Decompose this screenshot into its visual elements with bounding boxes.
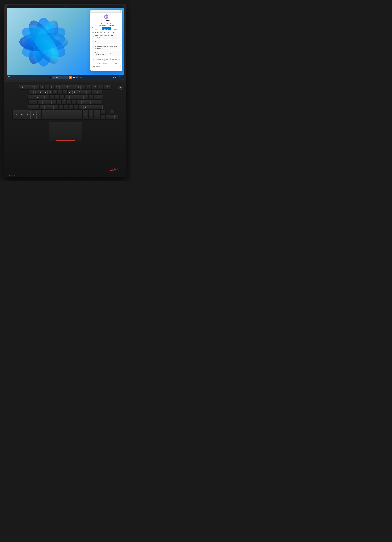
key-alt-left[interactable]: Alt bbox=[31, 110, 37, 119]
key-s[interactable]: S bbox=[42, 100, 47, 104]
key-pgdn[interactable]: PgDn bbox=[101, 115, 106, 119]
key-u[interactable]: U bbox=[64, 95, 69, 99]
taskbar-chrome-icon[interactable]: 🌐 bbox=[76, 76, 79, 79]
key-q[interactable]: Q bbox=[35, 95, 40, 99]
key-t[interactable]: T bbox=[55, 95, 59, 99]
taskbar-store-icon[interactable]: 🛍 bbox=[69, 76, 72, 79]
settings-icon[interactable]: ⚙ bbox=[118, 10, 119, 12]
style-balanced-btn[interactable]: MoreBalanced bbox=[102, 27, 111, 31]
new-chat-icon[interactable]: ✏️ bbox=[91, 69, 93, 71]
key-r[interactable]: R bbox=[50, 95, 54, 99]
key-g[interactable]: G bbox=[57, 100, 61, 104]
learn-more-link[interactable]: Learn more bbox=[96, 63, 101, 64]
windows-start-btn[interactable]: ⊞ bbox=[48, 76, 51, 79]
style-creative-btn[interactable]: MoreCreative bbox=[92, 27, 102, 31]
key-backspace[interactable]: Backspace bbox=[92, 90, 102, 94]
key-n[interactable]: N bbox=[64, 105, 68, 109]
key-semicolon[interactable]: :; bbox=[81, 100, 86, 104]
key-arrow-left[interactable]: < bbox=[106, 115, 110, 119]
key-3[interactable]: #3 bbox=[43, 90, 48, 94]
key-6[interactable]: ^6 bbox=[58, 90, 62, 94]
key-w[interactable]: W bbox=[40, 95, 44, 99]
key-0[interactable]: )0 bbox=[77, 90, 82, 94]
taskbar-search-bar[interactable]: 🔍 Search bbox=[52, 76, 68, 79]
key-fn[interactable]: Fn bbox=[19, 110, 25, 119]
key-arrow-down[interactable]: ∨ bbox=[110, 115, 114, 119]
key-shift-right[interactable]: Shift bbox=[88, 105, 102, 109]
key-esc[interactable]: FnLock Esc bbox=[19, 85, 25, 89]
key-f4[interactable]: ✕ F4 bbox=[40, 85, 44, 89]
key-f12[interactable]: ☆ F12 bbox=[81, 85, 86, 89]
key-4[interactable]: $4 bbox=[48, 90, 52, 94]
key-capslock[interactable]: CapsLock bbox=[29, 100, 37, 104]
key-f9[interactable]: PrtSc F9 bbox=[64, 85, 70, 89]
key-5[interactable]: %5 bbox=[53, 90, 57, 94]
key-pgup[interactable]: PgUp bbox=[101, 110, 106, 114]
key-p[interactable]: P bbox=[79, 95, 84, 99]
key-minus[interactable]: —- bbox=[82, 90, 86, 94]
key-home[interactable]: Home bbox=[86, 85, 91, 89]
suggestion-item-4[interactable]: ◇ Create a table that helps me plan meal… bbox=[92, 51, 121, 56]
key-9[interactable]: (9 bbox=[72, 90, 77, 94]
key-shift-left[interactable]: Shift bbox=[28, 105, 39, 109]
key-f1[interactable]: ✕ F1 bbox=[25, 85, 30, 89]
taskbar-mail-icon[interactable]: 📧 bbox=[72, 76, 75, 79]
key-copilot[interactable]: ☀ bbox=[37, 110, 41, 119]
privacy-link[interactable]: Privacy statement bbox=[109, 63, 117, 64]
key-c[interactable]: C bbox=[49, 105, 54, 109]
key-backslash[interactable]: |\ bbox=[94, 95, 103, 99]
key-7[interactable]: &7 bbox=[63, 90, 67, 94]
key-quote[interactable]: "' bbox=[86, 100, 91, 104]
history-icon[interactable]: 🕐 bbox=[120, 10, 121, 12]
key-e[interactable]: E bbox=[45, 95, 49, 99]
key-comma[interactable]: <, bbox=[74, 105, 78, 109]
terms-link[interactable]: Terms of use bbox=[102, 63, 108, 64]
key-f3[interactable]: ▷ F3 bbox=[35, 85, 39, 89]
key-j[interactable]: J bbox=[67, 100, 71, 104]
key-z[interactable]: Z bbox=[40, 105, 44, 109]
key-o[interactable]: O bbox=[74, 95, 79, 99]
feedback-link[interactable]: send feedback bbox=[108, 59, 115, 60]
key-backtick[interactable]: ~` bbox=[29, 90, 33, 94]
key-k[interactable]: K bbox=[72, 100, 76, 104]
key-ctrl-left[interactable]: Ctrl bbox=[13, 110, 19, 119]
touchpad[interactable] bbox=[49, 122, 82, 141]
key-a[interactable]: A bbox=[38, 100, 42, 104]
key-8[interactable]: *8 bbox=[68, 90, 72, 94]
key-thinkpad-fn[interactable]: 🛡 bbox=[89, 110, 93, 119]
key-f10[interactable]: ⬚ F10 bbox=[70, 85, 76, 89]
key-i[interactable]: I bbox=[70, 95, 74, 99]
key-x[interactable]: X bbox=[44, 105, 49, 109]
taskbar-teams-icon[interactable]: 💼 bbox=[79, 76, 82, 79]
mic-icon[interactable]: 🎤 bbox=[119, 65, 121, 67]
key-alt-right[interactable]: Alt bbox=[83, 110, 88, 119]
suggestion-item-1[interactable]: ◇ Where do people travel for culinary ex… bbox=[92, 34, 121, 39]
key-y[interactable]: Y bbox=[60, 95, 64, 99]
key-arrow-right[interactable]: > bbox=[114, 115, 118, 119]
suggestion-item-2[interactable]: ◇ Turn on dark mode bbox=[92, 40, 121, 44]
key-f[interactable]: F bbox=[52, 100, 56, 104]
key-1[interactable]: !1 bbox=[33, 90, 38, 94]
style-precise-btn[interactable]: MorePrecise bbox=[111, 27, 121, 31]
key-equals[interactable]: += bbox=[87, 90, 91, 94]
key-f5[interactable]: ☀ F5 bbox=[45, 85, 49, 89]
key-space[interactable] bbox=[42, 110, 82, 119]
key-bracket-open[interactable]: {[ bbox=[84, 95, 88, 99]
key-insert[interactable]: Insert bbox=[98, 85, 103, 89]
key-m[interactable]: M bbox=[69, 105, 73, 109]
key-bracket-close[interactable]: }] bbox=[89, 95, 93, 99]
key-v[interactable]: V bbox=[54, 105, 59, 109]
key-arrow-up[interactable]: ∧ bbox=[110, 110, 114, 114]
key-d[interactable]: D bbox=[47, 100, 52, 104]
copilot-chat-input[interactable] bbox=[91, 65, 118, 68]
key-f2[interactable]: ◁ F2 bbox=[30, 85, 35, 89]
key-f11[interactable]: ⬚ F11 bbox=[76, 85, 81, 89]
key-enter[interactable]: Enter bbox=[91, 100, 102, 104]
key-windows[interactable]: ⊞ bbox=[25, 110, 31, 119]
key-f7[interactable]: ⊡ F7 bbox=[54, 85, 59, 89]
key-b[interactable]: B bbox=[59, 105, 63, 109]
key-slash[interactable]: ?/ bbox=[83, 105, 88, 109]
key-l[interactable]: L bbox=[76, 100, 81, 104]
key-ctrl-right[interactable]: Ctrl bbox=[94, 110, 100, 119]
key-delete[interactable]: Delete bbox=[104, 85, 111, 89]
